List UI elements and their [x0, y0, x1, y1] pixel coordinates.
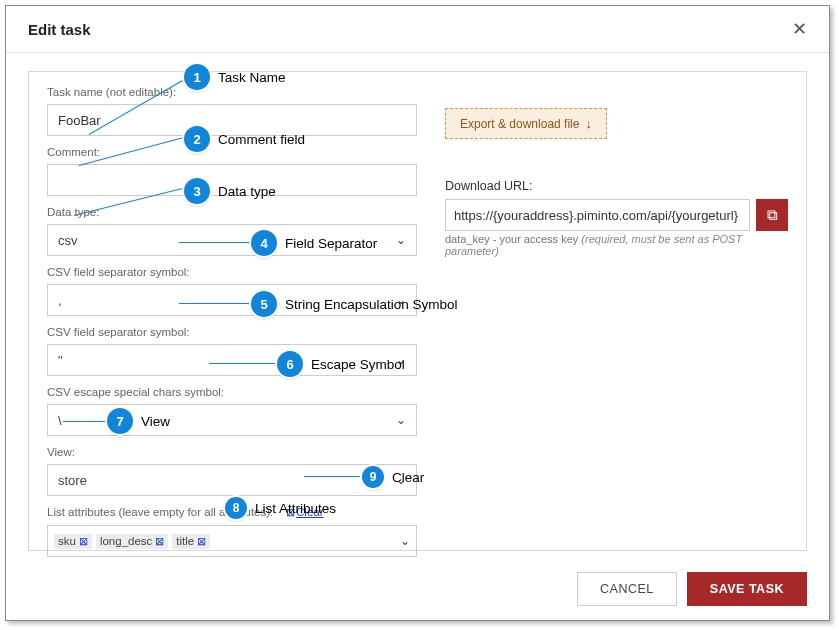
url-row: ⧉ [445, 199, 788, 231]
comment-label: Comment: [47, 146, 417, 158]
attribute-tag: title ⊠ [172, 534, 210, 549]
encap-value: " [58, 353, 63, 368]
dialog-body: Task name (not editable): Comment: Data … [6, 53, 829, 561]
listattr-select[interactable]: sku ⊠long_desc ⊠title ⊠ ⌄ [47, 525, 417, 557]
dialog-header: Edit task ✕ [6, 6, 829, 53]
save-task-button[interactable]: SAVE TASK [687, 572, 807, 606]
taskname-input [47, 104, 417, 136]
tag-label: sku [58, 535, 76, 547]
tag-label: title [176, 535, 194, 547]
datatype-select[interactable]: csv ⌄ [47, 224, 417, 256]
clear-text: Clear [296, 506, 323, 518]
attribute-tag: long_desc ⊠ [96, 534, 168, 549]
export-label: Export & download file [460, 117, 579, 131]
chevron-down-icon: ⌄ [396, 293, 406, 307]
escape-value: \ [58, 413, 62, 428]
escape-select[interactable]: \ ⌄ [47, 404, 417, 436]
export-download-button[interactable]: Export & download file ↓ [445, 108, 607, 139]
fieldsep-label: CSV field separator symbol: [47, 266, 417, 278]
download-arrow-icon: ↓ [585, 116, 592, 131]
encap-label: CSV field separator symbol: [47, 326, 417, 338]
taskname-label: Task name (not editable): [47, 86, 417, 98]
form-panel: Task name (not editable): Comment: Data … [28, 71, 807, 551]
clear-x-icon: ⊠ [286, 506, 295, 518]
field-list-attributes: List attributes (leave empty for all att… [47, 506, 417, 557]
column-left: Task name (not editable): Comment: Data … [47, 86, 417, 567]
comment-input[interactable] [47, 164, 417, 196]
encap-select[interactable]: " ⌄ [47, 344, 417, 376]
chevron-down-icon: ⌄ [396, 353, 406, 367]
tag-remove-icon[interactable]: ⊠ [197, 535, 206, 548]
chevron-down-icon: ⌄ [396, 233, 406, 247]
tag-label: long_desc [100, 535, 152, 547]
chevron-down-icon: ⌄ [396, 413, 406, 427]
view-select[interactable]: store ⌄ [47, 464, 417, 496]
download-url-input[interactable] [445, 199, 750, 231]
listattr-label: List attributes (leave empty for all att… [47, 506, 417, 519]
field-datatype: Data type: csv ⌄ [47, 206, 417, 256]
fieldsep-select[interactable]: , ⌄ [47, 284, 417, 316]
datatype-label: Data type: [47, 206, 417, 218]
field-escape: CSV escape special chars symbol: \ ⌄ [47, 386, 417, 436]
field-view: View: store ⌄ [47, 446, 417, 496]
fieldsep-value: , [58, 293, 62, 308]
copy-icon: ⧉ [767, 206, 778, 224]
callout-text: Task Name [218, 70, 286, 85]
attribute-tag: sku ⊠ [54, 534, 92, 549]
field-separator: CSV field separator symbol: , ⌄ [47, 266, 417, 316]
field-taskname: Task name (not editable): [47, 86, 417, 136]
view-label: View: [47, 446, 417, 458]
url-hint: data_key - your access key (required, mu… [445, 233, 788, 257]
columns: Task name (not editable): Comment: Data … [47, 86, 788, 567]
tag-remove-icon[interactable]: ⊠ [79, 535, 88, 548]
column-right: Export & download file ↓ Download URL: ⧉… [445, 86, 788, 567]
tag-remove-icon[interactable]: ⊠ [155, 535, 164, 548]
hint-prefix: data_key - your access key [445, 233, 581, 245]
listattr-label-text: List attributes (leave empty for all att… [47, 506, 273, 518]
tag-list: sku ⊠long_desc ⊠title ⊠ [54, 534, 212, 549]
copy-url-button[interactable]: ⧉ [756, 199, 788, 231]
clear-link[interactable]: ⊠Clear [286, 506, 323, 518]
datatype-value: csv [58, 233, 78, 248]
dialog-footer: CANCEL SAVE TASK [577, 572, 807, 606]
view-value: store [58, 473, 87, 488]
url-label: Download URL: [445, 179, 788, 193]
escape-label: CSV escape special chars symbol: [47, 386, 417, 398]
field-encapsulation: CSV field separator symbol: " ⌄ [47, 326, 417, 376]
dialog-title: Edit task [28, 21, 91, 38]
chevron-down-icon: ⌄ [396, 473, 406, 487]
close-icon[interactable]: ✕ [788, 16, 811, 42]
dialog-frame: Edit task ✕ Task name (not editable): Co… [5, 5, 830, 621]
field-comment: Comment: [47, 146, 417, 196]
chevron-down-icon: ⌄ [400, 534, 410, 548]
cancel-button[interactable]: CANCEL [577, 572, 677, 606]
